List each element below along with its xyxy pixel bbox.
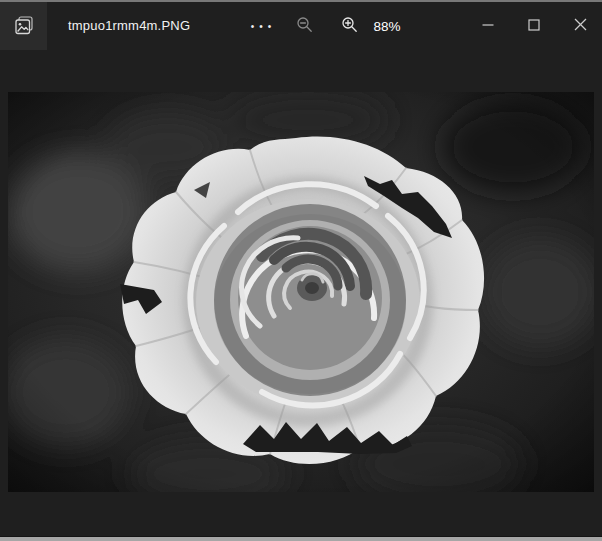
- zoom-out-button[interactable]: [288, 2, 320, 50]
- window-minimize-icon: [482, 19, 494, 34]
- window-maximize-icon: [528, 19, 540, 34]
- app-menu-button[interactable]: [0, 2, 47, 50]
- window-top-border: [0, 0, 602, 2]
- zoom-in-button[interactable]: [333, 2, 365, 50]
- close-button[interactable]: [558, 2, 602, 50]
- photos-app-window: tmpuo1rmm4m.PNG ••• 88%: [0, 0, 602, 541]
- minimize-button[interactable]: [466, 2, 510, 50]
- window-close-icon: [574, 18, 587, 34]
- ellipsis-icon: •••: [251, 21, 277, 32]
- photos-app-icon: [13, 14, 35, 39]
- screen-bottom-edge: [0, 536, 602, 541]
- magnifier-plus-icon: [341, 16, 358, 36]
- titlebar: tmpuo1rmm4m.PNG ••• 88%: [0, 2, 602, 50]
- rose-photo-rendering: [8, 92, 594, 492]
- magnifier-minus-icon: [296, 16, 313, 36]
- zoom-level-label: 88%: [366, 2, 408, 50]
- filename-label: tmpuo1rmm4m.PNG: [68, 2, 190, 50]
- rose-photo[interactable]: [8, 92, 594, 492]
- see-more-button[interactable]: •••: [244, 2, 278, 50]
- maximize-button[interactable]: [512, 2, 556, 50]
